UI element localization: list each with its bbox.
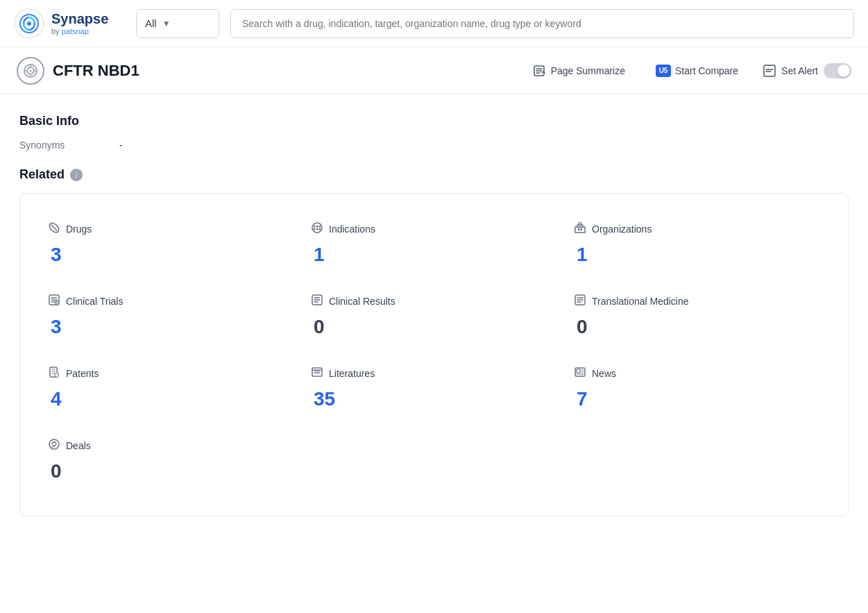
related-item-literatures[interactable]: Literatures 35 — [303, 355, 565, 427]
svg-point-14 — [312, 223, 322, 233]
compare-icon: U5 — [656, 65, 671, 77]
svg-point-18 — [314, 228, 316, 230]
top-navigation: Synapse by patsnap All ▼ — [0, 0, 868, 47]
translational-medicine-label: Translational Medicine — [592, 296, 689, 307]
related-item-drugs-header: Drugs — [48, 221, 294, 237]
alert-icon — [762, 63, 777, 78]
news-label: News — [592, 368, 616, 379]
svg-rect-11 — [764, 65, 775, 76]
related-grid-card: Drugs 3 — [19, 193, 849, 517]
indications-count: 1 — [311, 244, 557, 266]
svg-rect-23 — [579, 223, 581, 225]
related-item-literatures-header: Literatures — [311, 366, 557, 381]
alert-toggle[interactable] — [824, 63, 851, 78]
related-item-clinical-results-header: Clinical Results — [311, 294, 557, 309]
related-item-organizations-header: Organizations — [574, 221, 820, 237]
svg-rect-34 — [577, 369, 580, 373]
clinical-results-icon — [311, 294, 323, 309]
news-count: 7 — [574, 388, 820, 410]
summarize-label: Page Summarize — [551, 65, 625, 76]
search-type-label: All — [145, 17, 157, 29]
clinical-trials-label: Clinical Trials — [66, 296, 123, 307]
svg-point-35 — [49, 439, 59, 449]
related-item-news[interactable]: News 7 — [565, 355, 828, 427]
literatures-count: 35 — [311, 388, 557, 410]
related-item-indications[interactable]: Indications 1 — [303, 210, 565, 283]
summarize-icon — [531, 63, 547, 78]
related-item-patents[interactable]: Patents 4 — [40, 355, 303, 427]
set-alert-button[interactable]: Set Alert — [762, 63, 818, 78]
indications-label: Indications — [329, 224, 375, 235]
synonyms-value: - — [119, 140, 123, 151]
svg-point-2 — [27, 22, 31, 26]
synapse-logo-icon — [14, 8, 44, 39]
chevron-down-icon: ▼ — [162, 19, 171, 28]
deals-label: Deals — [66, 440, 91, 451]
organizations-icon — [574, 221, 586, 237]
patents-icon — [48, 366, 60, 381]
related-title: Related — [19, 167, 65, 182]
related-item-translational-medicine[interactable]: Translational Medicine 0 — [565, 283, 828, 355]
synonyms-row: Synonyms - — [19, 140, 849, 151]
related-title-row: Related i — [19, 167, 849, 182]
logo-text: Synapse by patsnap — [51, 11, 108, 35]
indications-icon — [311, 221, 323, 237]
organizations-label: Organizations — [592, 224, 652, 235]
clinical-trials-icon — [48, 294, 60, 309]
deals-icon — [48, 438, 60, 453]
related-item-clinical-trials-header: Clinical Trials — [48, 294, 294, 309]
drugs-icon — [48, 221, 60, 237]
news-icon — [574, 366, 586, 381]
logo[interactable]: Synapse by patsnap — [14, 8, 125, 39]
drugs-label: Drugs — [66, 224, 92, 235]
svg-point-15 — [314, 226, 316, 228]
related-section: Related i Drugs 3 — [19, 167, 849, 517]
start-compare-button[interactable]: U5 Start Compare — [649, 60, 745, 81]
clinical-results-label: Clinical Results — [329, 296, 395, 307]
basic-info-section: Basic Info Synonyms - — [19, 114, 849, 151]
related-item-deals[interactable]: Deals 0 — [40, 427, 303, 499]
organizations-count: 1 — [574, 244, 820, 266]
toggle-knob — [837, 65, 850, 77]
logo-name: Synapse — [51, 11, 108, 27]
related-item-drugs[interactable]: Drugs 3 — [40, 210, 303, 283]
logo-sub: by patsnap — [51, 27, 108, 35]
related-item-clinical-results[interactable]: Clinical Results 0 — [303, 283, 565, 355]
translational-medicine-count: 0 — [574, 316, 820, 338]
search-type-dropdown[interactable]: All ▼ — [136, 9, 219, 38]
related-item-news-header: News — [574, 366, 820, 381]
related-item-organizations[interactable]: Organizations 1 — [565, 210, 828, 283]
svg-rect-31 — [55, 373, 58, 377]
page-header-actions: Page Summarize U5 Start Compare Set Aler… — [525, 59, 851, 83]
clinical-results-count: 0 — [311, 316, 557, 338]
target-icon — [17, 57, 44, 85]
related-item-clinical-trials[interactable]: Clinical Trials 3 — [40, 283, 303, 355]
svg-rect-32 — [312, 368, 322, 376]
alert-label: Set Alert — [781, 65, 818, 76]
basic-info-title: Basic Info — [19, 114, 849, 128]
patents-count: 4 — [48, 388, 294, 410]
main-content: Basic Info Synonyms - Related i — [0, 94, 868, 536]
svg-point-20 — [319, 228, 321, 230]
search-input[interactable] — [230, 9, 854, 38]
svg-point-16 — [319, 226, 321, 228]
logo-brand: patsnap — [62, 27, 89, 35]
drugs-count: 3 — [48, 244, 294, 266]
svg-point-5 — [30, 69, 32, 72]
svg-point-19 — [316, 228, 318, 230]
svg-rect-24 — [578, 228, 580, 230]
related-info-icon[interactable]: i — [70, 169, 83, 181]
literatures-label: Literatures — [329, 368, 375, 379]
related-item-translational-medicine-header: Translational Medicine — [574, 294, 820, 309]
svg-point-17 — [316, 226, 318, 228]
translational-medicine-icon — [574, 294, 586, 309]
page-summarize-button[interactable]: Page Summarize — [525, 59, 632, 83]
clinical-trials-count: 3 — [48, 316, 294, 338]
related-grid: Drugs 3 — [40, 210, 828, 499]
patents-label: Patents — [66, 368, 99, 379]
synonyms-label: Synonyms — [19, 140, 103, 151]
svg-rect-25 — [581, 228, 583, 230]
set-alert-container: Set Alert — [762, 63, 851, 78]
related-item-deals-header: Deals — [48, 438, 294, 453]
deals-count: 0 — [48, 460, 294, 482]
